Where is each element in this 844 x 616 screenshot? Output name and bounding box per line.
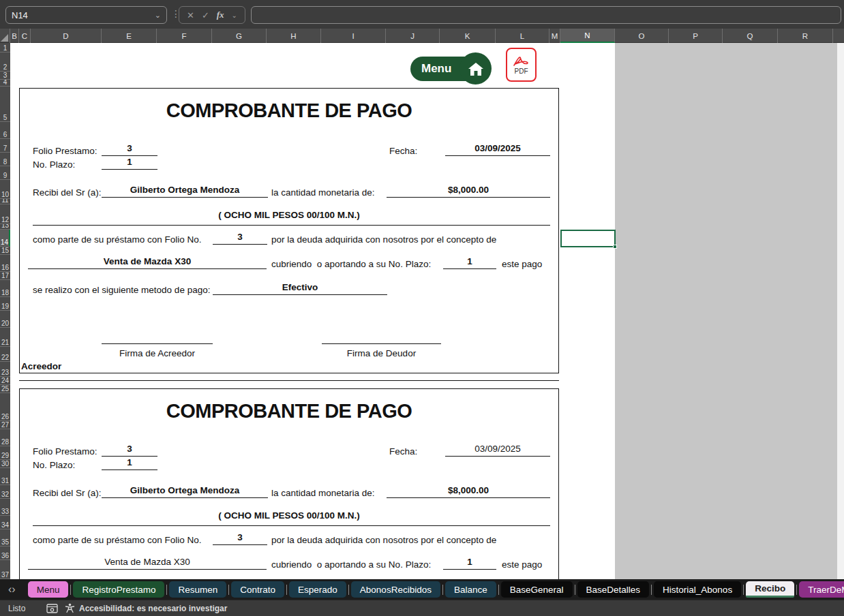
fx-icon[interactable]: fx xyxy=(217,10,224,20)
tab-divider xyxy=(498,585,499,595)
column-header-i[interactable]: I xyxy=(321,29,386,43)
menu-home-button[interactable]: Menu xyxy=(410,52,492,84)
selected-cell-n14[interactable] xyxy=(560,230,616,247)
formula-input[interactable] xyxy=(251,6,841,24)
enter-icon[interactable]: ✓ xyxy=(202,10,209,20)
row-header-8[interactable]: 8 xyxy=(0,153,10,166)
select-all-corner[interactable] xyxy=(0,29,10,43)
row-header-18[interactable]: 18 xyxy=(0,280,10,297)
next-sheet-arrow-icon[interactable]: › xyxy=(12,583,15,596)
row-header-26[interactable]: 26 xyxy=(0,393,10,421)
row-header-5[interactable]: 5 xyxy=(0,87,10,122)
words-underline xyxy=(33,513,550,526)
vertical-scrollbar[interactable] xyxy=(837,43,844,579)
row-headers: 1234567891011121314151617181920212223242… xyxy=(0,43,10,579)
column-header-f[interactable]: F xyxy=(157,29,212,43)
column-header-b[interactable]: B xyxy=(10,29,19,43)
row-header-17[interactable]: 17 xyxy=(0,272,10,280)
column-header-o[interactable]: O xyxy=(615,29,669,43)
macro-record-icon[interactable] xyxy=(46,604,58,613)
column-header-p[interactable]: P xyxy=(669,29,723,43)
sheet-tab-abonosrecibidos[interactable]: AbonosRecibidos xyxy=(351,581,440,598)
column-header-h[interactable]: H xyxy=(267,29,321,43)
column-header-q[interactable]: Q xyxy=(723,29,778,43)
row-header-28[interactable]: 28 xyxy=(0,429,10,446)
row-header-37[interactable]: 37 xyxy=(0,560,10,579)
column-headers: BCDEFGHIJKLMNOPQR xyxy=(0,29,844,43)
tab-divider xyxy=(651,585,652,595)
sheet-tab-menu[interactable]: Menu xyxy=(28,581,69,598)
row-header-24[interactable]: 24 xyxy=(0,377,10,385)
row-header-34[interactable]: 34 xyxy=(0,516,10,529)
row-header-19[interactable]: 19 xyxy=(0,297,10,311)
row-header-35[interactable]: 35 xyxy=(0,529,10,546)
row-header-25[interactable]: 25 xyxy=(0,385,10,393)
column-header-m[interactable]: M xyxy=(549,29,560,43)
row-header-3[interactable]: 3 xyxy=(0,72,10,80)
fill-handle[interactable] xyxy=(613,245,617,249)
accessibility-status-button[interactable]: Accesibilidad: es necesario investigar xyxy=(65,603,227,613)
chevron-down-icon[interactable]: ⌄ xyxy=(232,12,237,19)
sheet-tab-resumen[interactable]: Resumen xyxy=(169,581,226,598)
column-header-r[interactable]: R xyxy=(778,29,833,43)
row-header-14[interactable]: 14 xyxy=(0,230,10,247)
row-header-1[interactable]: 1 xyxy=(0,43,10,52)
row-header-22[interactable]: 22 xyxy=(0,347,10,362)
tab-divider xyxy=(442,585,443,595)
column-header-k[interactable]: K xyxy=(440,29,496,43)
row-header-2[interactable]: 2 xyxy=(0,52,10,72)
row-header-30[interactable]: 30 xyxy=(0,460,10,468)
sheet-canvas[interactable]: Menu PDF COMPROBANTE DE PAGOFolio Presta… xyxy=(10,43,844,579)
recibi-label: Recibi del Sr (a): xyxy=(33,187,102,198)
row-header-12[interactable]: 12 xyxy=(0,204,10,224)
row-header-16[interactable]: 16 xyxy=(0,255,10,272)
row-header-20[interactable]: 20 xyxy=(0,311,10,328)
column-header-j[interactable]: J xyxy=(386,29,440,43)
plazo-value: 1 xyxy=(102,457,157,470)
row-header-6[interactable]: 6 xyxy=(0,122,10,139)
row-header-23[interactable]: 23 xyxy=(0,362,10,377)
concepto-value: Venta de Mazda X30 xyxy=(28,256,267,269)
sheet-tab-balance[interactable]: Balance xyxy=(445,581,496,598)
chevron-down-icon[interactable]: ⌄ xyxy=(155,11,161,20)
sheet-tab-contrato[interactable]: Contrato xyxy=(231,581,284,598)
metodo-value: Efectivo xyxy=(213,282,387,295)
sheet-tab-registroprestamo[interactable]: RegistroPrestamo xyxy=(73,581,164,598)
row-header-10[interactable]: 10 xyxy=(0,180,10,199)
name-box[interactable]: N14 ⌄ xyxy=(5,6,167,24)
row-header-13[interactable]: 13 xyxy=(0,224,10,230)
column-header-c[interactable]: C xyxy=(19,29,31,43)
column-header-e[interactable]: E xyxy=(102,29,157,43)
sheet-tab-recibo[interactable]: Recibo xyxy=(746,581,794,598)
sheet-tab-esperado[interactable]: Esperado xyxy=(289,581,346,598)
sheet-tab-basedetalles[interactable]: BaseDetalles xyxy=(577,581,650,598)
firma-acreedor-label: Firma de Acreedor xyxy=(102,348,213,358)
row-header-15[interactable]: 15 xyxy=(0,247,10,255)
row-header-29[interactable]: 29 xyxy=(0,446,10,460)
column-header-g[interactable]: G xyxy=(212,29,267,43)
column-header-d[interactable]: D xyxy=(31,29,102,43)
cubriendo-label: cubriendo o aportando a su No. Plazo: xyxy=(271,559,431,570)
column-header-n[interactable]: N xyxy=(560,29,615,43)
row-header-31[interactable]: 31 xyxy=(0,468,10,485)
export-pdf-button[interactable]: PDF xyxy=(506,48,537,82)
cancel-icon[interactable]: ✕ xyxy=(187,10,194,20)
select-all-triangle-icon xyxy=(1,34,8,42)
row-header-36[interactable]: 36 xyxy=(0,546,10,560)
row-header-7[interactable]: 7 xyxy=(0,139,10,153)
column-header-l[interactable]: L xyxy=(496,29,549,43)
status-bar: Listo Accesibilidad: es necesario invest… xyxy=(0,600,844,616)
row-header-32[interactable]: 32 xyxy=(0,485,10,499)
sheet-tab-traerdem[interactable]: TraerDeM xyxy=(799,581,844,598)
folio-value: 3 xyxy=(102,143,157,156)
row-header-27[interactable]: 27 xyxy=(0,421,10,429)
sheet-tab-historial_abonos[interactable]: Historial_Abonos xyxy=(654,581,741,598)
row-header-33[interactable]: 33 xyxy=(0,499,10,516)
row-header-11[interactable]: 11 xyxy=(0,199,10,204)
sheet-tab-basegeneral[interactable]: BaseGeneral xyxy=(501,581,573,598)
row-header-21[interactable]: 21 xyxy=(0,328,10,347)
row-header-4[interactable]: 4 xyxy=(0,80,10,87)
row-header-9[interactable]: 9 xyxy=(0,166,10,180)
home-icon xyxy=(459,52,492,84)
outside-sheet-area xyxy=(615,43,837,579)
